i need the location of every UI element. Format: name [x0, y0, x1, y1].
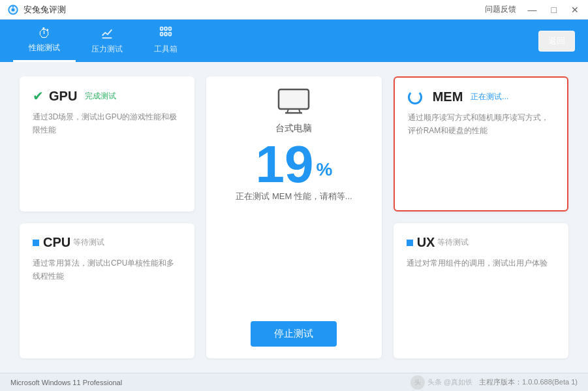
- close-button[interactable]: ✕: [568, 5, 581, 14]
- app-title: 安兔兔评测: [23, 4, 66, 16]
- center-card: 台式电脑 19 % 正在测试 MEM 性能，请稍等... 停止测试: [206, 76, 381, 358]
- nav-tab-performance[interactable]: ⏱ 性能测试: [13, 20, 76, 62]
- nav-tab-stress[interactable]: 压力测试: [76, 20, 138, 62]
- stop-button[interactable]: 停止测试: [251, 321, 337, 347]
- svg-rect-5: [164, 27, 167, 31]
- watermark-icon: 头: [410, 375, 425, 390]
- tools-label: 工具箱: [154, 44, 178, 55]
- footer-right: 头 头条 @真如铁 主程序版本：1.0.0.688(Beta 1): [410, 375, 578, 390]
- feedback-link[interactable]: 问题反馈: [485, 4, 516, 15]
- percent-value: 19: [256, 138, 314, 191]
- ux-title: UX: [417, 235, 435, 250]
- svg-rect-7: [161, 33, 163, 36]
- percent-display: 19 %: [256, 138, 333, 191]
- watermark: 头 头条 @真如铁: [410, 375, 472, 390]
- nav-tabs: ⏱ 性能测试 压力测试: [13, 20, 193, 62]
- main-content: ✔ GPU 完成测试 通过3D场景，测试出GPU的游戏性能和极限性能 台式电脑 …: [0, 62, 588, 373]
- tools-icon: [159, 25, 173, 41]
- gpu-desc: 通过3D场景，测试出GPU的游戏性能和极限性能: [33, 110, 181, 200]
- cpu-card-header: CPU 等待测试: [33, 235, 181, 250]
- cpu-status: 等待测试: [73, 237, 104, 248]
- svg-point-1: [12, 8, 15, 11]
- footer: Microsoft Windows 11 Professional 头 头条 @…: [0, 373, 588, 391]
- title-bar: 安兔兔评测 问题反馈 — □ ✕: [0, 0, 588, 20]
- watermark-text: 头条 @真如铁: [427, 377, 472, 387]
- mem-title: MEM: [433, 89, 463, 104]
- app-logo-icon: [7, 3, 20, 16]
- ux-status: 等待测试: [437, 237, 469, 248]
- svg-rect-6: [169, 27, 172, 31]
- title-bar-left: 安兔兔评测: [7, 3, 66, 16]
- performance-label: 性能测试: [29, 42, 60, 54]
- gpu-card: ✔ GPU 完成测试 通过3D场景，测试出GPU的游戏性能和极限性能: [20, 76, 194, 211]
- gpu-card-header: ✔ GPU 完成测试: [33, 88, 181, 104]
- back-button[interactable]: 返回: [538, 31, 575, 52]
- stress-label: 压力测试: [91, 44, 123, 55]
- desktop-icon: [277, 88, 310, 120]
- cpu-desc: 通过常用算法，测试出CPU单核性能和多线程性能: [33, 257, 181, 347]
- cpu-waiting-icon: [33, 240, 39, 246]
- gpu-title: GPU: [49, 89, 77, 104]
- performance-icon: ⏱: [38, 27, 51, 40]
- mem-status: 正在测试...: [471, 91, 508, 102]
- mem-spinning-icon: [408, 90, 422, 104]
- svg-rect-4: [161, 27, 163, 31]
- os-label: Microsoft Windows 11 Professional: [10, 379, 122, 386]
- stress-icon: [100, 25, 114, 41]
- center-status-text: 正在测试 MEM 性能，请稍等...: [236, 191, 352, 202]
- percent-symbol: %: [317, 161, 333, 179]
- ux-desc: 通过对常用组件的调用，测试出用户体验: [407, 257, 555, 347]
- mem-desc: 通过顺序读写方式和随机顺序读写方式，评价RAM和硬盘的性能: [408, 111, 554, 198]
- device-label: 台式电脑: [275, 123, 312, 134]
- gpu-done-icon: ✔: [33, 88, 44, 104]
- ux-card-header: UX 等待测试: [407, 235, 555, 250]
- maximize-button[interactable]: □: [549, 5, 559, 14]
- nav-right: 返回: [538, 20, 575, 62]
- minimize-button[interactable]: —: [525, 5, 540, 14]
- ux-waiting-icon: [407, 240, 413, 246]
- mem-card-header: MEM 正在测试...: [408, 89, 554, 104]
- title-bar-controls: 问题反馈 — □ ✕: [485, 4, 581, 15]
- svg-rect-9: [169, 33, 172, 36]
- svg-rect-10: [279, 89, 309, 109]
- version-label: 主程序版本：1.0.0.688(Beta 1): [479, 377, 578, 387]
- cpu-title: CPU: [43, 235, 70, 250]
- cpu-card: CPU 等待测试 通过常用算法，测试出CPU单核性能和多线程性能: [20, 223, 194, 358]
- mem-card: MEM 正在测试... 通过顺序读写方式和随机顺序读写方式，评价RAM和硬盘的性…: [394, 76, 568, 211]
- svg-rect-8: [164, 33, 167, 36]
- nav-bar: ⏱ 性能测试 压力测试: [0, 20, 588, 62]
- gpu-status: 完成测试: [85, 91, 116, 102]
- nav-tab-tools[interactable]: 工具箱: [138, 20, 193, 62]
- ux-card: UX 等待测试 通过对常用组件的调用，测试出用户体验: [394, 223, 568, 358]
